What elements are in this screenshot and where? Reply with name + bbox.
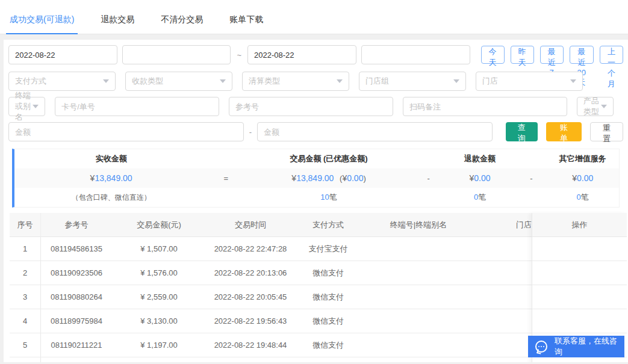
refund-amount: 0.00 (474, 173, 490, 183)
pay-method-placeholder: 支付方式 (15, 76, 46, 87)
transaction-amount-title: 交易金额 (已优惠金额) (244, 153, 414, 164)
receive-type-select[interactable]: 收款类型 (125, 72, 232, 91)
last-month-button[interactable]: 上一个月 (600, 46, 623, 64)
received-amount-value: ¥13,849.00 (14, 173, 208, 183)
tab-bar: 成功交易(可退款) 退款交易 不清分交易 账单下载 (0, 0, 628, 34)
main-panel: ~ 今天 昨天 最近7天 最近30天 上一个月 支付方式 收款类型 清算类型 门… (4, 40, 628, 362)
row-amount: ¥ 3,130.00 (112, 316, 206, 325)
operation-cell (532, 261, 627, 285)
today-button[interactable]: 今天 (481, 46, 505, 64)
last-7-days-button[interactable]: 最近7天 (540, 46, 564, 64)
transaction-amount-value: ¥13,849.00 (¥0.00) (244, 173, 414, 183)
yesterday-button[interactable]: 昨天 (511, 46, 534, 64)
row-index: 4 (10, 309, 41, 333)
store-select[interactable]: 门店 (476, 72, 583, 91)
start-date-input[interactable] (8, 45, 117, 64)
clearing-type-select[interactable]: 清算类型 (242, 72, 349, 91)
terminal-alias-select[interactable]: 终端或别名 (8, 97, 45, 116)
refund-count: 0笔 (444, 192, 516, 203)
operation-cell (532, 285, 627, 309)
row-pay-method: 支付宝支付 (295, 244, 361, 254)
store-group-select[interactable]: 门店组 (359, 72, 466, 91)
chevron-down-icon (103, 79, 109, 83)
generate-bill-button[interactable]: 账单生成 (546, 122, 582, 141)
card-number-input[interactable] (55, 97, 219, 116)
count-unit: 笔 (581, 193, 589, 202)
store-placeholder: 门店 (482, 76, 498, 87)
value-added-count-number: 0 (577, 193, 581, 202)
contact-support-button[interactable]: 联系客服，在线咨询 (528, 336, 624, 357)
summary-amount-row: ¥13,849.00 = ¥13,849.00 (¥0.00) - ¥0.00 … (14, 168, 619, 188)
count-unit: 笔 (478, 193, 486, 202)
row-index: 5 (10, 333, 41, 357)
terminal-alias-placeholder: 终端或别名 (15, 90, 33, 123)
store-group-placeholder: 门店组 (365, 76, 389, 87)
row-index: 2 (10, 261, 41, 285)
refund-amount-value: ¥0.00 (444, 173, 516, 183)
value-added-amount: 0.00 (577, 173, 593, 183)
currency-symbol: ¥ (291, 173, 296, 183)
row-pay-method: 微信支付 (295, 292, 361, 303)
tab-refund-transactions[interactable]: 退款交易 (97, 14, 138, 34)
paren-close: ) (363, 174, 365, 183)
row-index (10, 357, 41, 362)
tab-unsettled-transactions[interactable]: 不清分交易 (157, 14, 207, 34)
reset-button[interactable]: 重置 (590, 122, 623, 141)
date-range-separator: ~ (237, 51, 241, 60)
row-amount: ¥ 2,559.00 (112, 292, 206, 301)
row-time: 2022-08-22 20:13:06 (206, 268, 295, 277)
operation-cell (532, 309, 627, 333)
chevron-down-icon (220, 79, 226, 83)
value-added-count: 0笔 (546, 192, 618, 203)
product-type-select[interactable]: 产品类型 (577, 97, 614, 116)
value-added-title: 其它增值服务 (546, 153, 618, 164)
received-amount: 13,849.00 (95, 173, 132, 183)
start-time-input[interactable] (122, 45, 231, 64)
clearing-type-placeholder: 清算类型 (249, 76, 280, 87)
header-operation: 操作 (532, 213, 627, 237)
filter-input-row: 终端或别名 产品类型 (8, 97, 623, 116)
amount-min-input[interactable] (8, 122, 244, 141)
row-index: 1 (10, 237, 41, 261)
pay-method-select[interactable]: 支付方式 (8, 72, 116, 91)
minus-sign: - (414, 174, 444, 183)
chevron-down-icon (601, 105, 607, 108)
equals-sign: = (208, 174, 244, 183)
amount-max-input[interactable] (257, 122, 493, 141)
header-terminal: 终端号|终端别名 (361, 220, 476, 230)
tab-successful-transactions[interactable]: 成功交易(可退款) (6, 14, 78, 34)
reference-number-input[interactable] (229, 97, 393, 116)
currency-symbol: ¥ (572, 173, 577, 183)
header-reference: 参考号 (41, 220, 112, 230)
chevron-down-icon (337, 79, 343, 83)
divider-band (0, 34, 628, 40)
refund-amount-title: 退款金额 (444, 153, 516, 164)
end-time-input[interactable] (361, 45, 470, 64)
row-reference: 081190880264 (41, 292, 112, 301)
receive-type-placeholder: 收款类型 (132, 76, 163, 87)
minus-sign: - (516, 174, 546, 183)
row-amount: ¥ 1,576.00 (112, 268, 206, 277)
discount-amount: 0.00 (347, 173, 363, 183)
row-amount: ¥ 1,507.00 (112, 244, 206, 253)
transaction-count-number: 10 (320, 193, 329, 202)
scan-note-input[interactable] (403, 97, 567, 116)
received-amount-note: （包含口碑、微信直连） (14, 193, 208, 203)
header-time: 交易时间 (206, 220, 295, 230)
row-amount: ¥ 1,197.00 (112, 341, 206, 350)
amount-separator: - (249, 128, 252, 137)
summary-panel: 实收金额 交易金额 (已优惠金额) 退款金额 其它增值服务 ¥13,849.00… (12, 149, 620, 208)
row-time: 2022-08-22 19:56:43 (206, 316, 295, 325)
row-time: 2022-08-22 19:48:44 (206, 341, 295, 350)
last-30-days-button[interactable]: 最近30天 (570, 46, 594, 64)
summary-count-row: （包含口碑、微信直连） 10笔 0笔 0笔 (14, 188, 619, 207)
support-label: 联系客服，在线咨询 (555, 336, 624, 357)
search-button[interactable]: 查询 (506, 122, 538, 141)
end-date-input[interactable] (247, 45, 356, 64)
header-amount: 交易金额(元) (112, 220, 206, 230)
product-type-placeholder: 产品类型 (583, 96, 601, 117)
header-pay-method: 支付方式 (295, 220, 361, 230)
tab-bill-download[interactable]: 账单下载 (226, 14, 267, 34)
header-index: 序号 (10, 213, 41, 236)
row-reference: 081190923506 (41, 268, 112, 277)
